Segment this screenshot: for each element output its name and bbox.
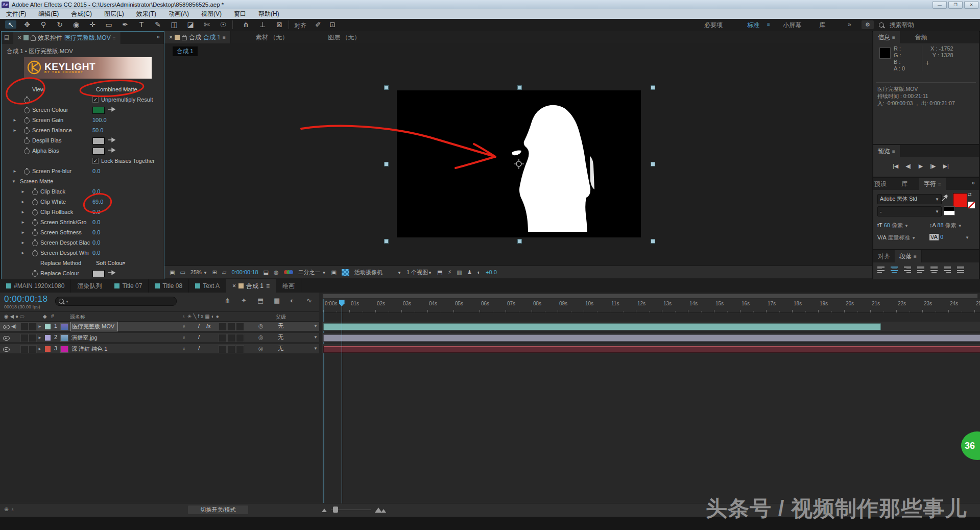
track-lane-0[interactable] bbox=[322, 322, 980, 331]
handle-bottom-left[interactable] bbox=[384, 239, 389, 244]
primary-viewer-icon[interactable]: ▭ bbox=[180, 269, 185, 276]
stopwatch-icon[interactable] bbox=[24, 149, 30, 154]
layer-duration-bar-2[interactable] bbox=[323, 346, 980, 353]
composition-canvas[interactable] bbox=[397, 90, 641, 237]
tool-icon-0[interactable]: ↖ bbox=[5, 20, 16, 29]
leading-field[interactable]: ↕A 88 像素 ▼ bbox=[929, 222, 962, 229]
parent-column-header[interactable]: 父级 bbox=[276, 314, 286, 321]
stopwatch-icon[interactable] bbox=[24, 169, 30, 175]
timeline-tab-3[interactable]: Title 08 bbox=[149, 279, 189, 293]
layer-label-color[interactable] bbox=[45, 335, 51, 341]
fill-color-swatch[interactable] bbox=[953, 193, 967, 207]
eyedropper-icon[interactable] bbox=[108, 148, 116, 153]
param-color-swatch[interactable] bbox=[92, 137, 105, 144]
panel-menu-icon[interactable]: ≡ bbox=[113, 35, 116, 41]
pickwhip-icon[interactable]: ◎ bbox=[258, 323, 264, 329]
grid-options-icon[interactable]: ⊞ bbox=[212, 269, 217, 276]
stopwatch-icon[interactable] bbox=[32, 240, 38, 246]
tool-icon-12[interactable]: ✄ bbox=[201, 20, 212, 29]
layer-expand-icon[interactable]: ► bbox=[38, 324, 42, 329]
axis-mode-icon-1[interactable]: ⊥ bbox=[257, 20, 268, 29]
tab-overflow-icon[interactable]: » bbox=[152, 32, 164, 44]
timeline-tab-6[interactable]: 绘画 bbox=[276, 279, 301, 293]
handle-mid-left[interactable] bbox=[384, 162, 389, 166]
video-visibility-icon[interactable] bbox=[3, 336, 10, 341]
param-expand-icon[interactable]: ► bbox=[21, 251, 25, 255]
minimize-button[interactable]: — bbox=[933, 1, 947, 9]
fx-switch-icon[interactable]: fx bbox=[206, 323, 211, 329]
tool-icon-7[interactable]: ✒ bbox=[119, 20, 131, 29]
handle-top-left[interactable] bbox=[384, 85, 389, 90]
resolution-select[interactable]: 二分之一 ▼ bbox=[298, 269, 326, 276]
align-left-icon[interactable] bbox=[877, 266, 885, 273]
workspace-tab-small-screen[interactable]: 小屏幕 bbox=[783, 21, 801, 30]
stopwatch-icon[interactable] bbox=[32, 189, 38, 195]
param-expand-icon[interactable]: ► bbox=[21, 189, 25, 194]
switch-cell[interactable] bbox=[219, 323, 227, 331]
comp-name-chip[interactable]: 合成 1 bbox=[173, 46, 198, 56]
tab-close-icon[interactable]: × bbox=[169, 34, 173, 41]
draft-switch-icon[interactable]: / bbox=[198, 345, 200, 351]
tool-icon-4[interactable]: ◉ bbox=[70, 20, 82, 29]
tool-icon-3[interactable]: ↻ bbox=[54, 20, 65, 29]
layer-duration-bar-1[interactable] bbox=[323, 334, 980, 342]
checkbox-icon[interactable]: ✓ bbox=[92, 158, 99, 164]
kerning-field[interactable]: V/A 度量标准 ▼ bbox=[877, 234, 916, 242]
tab-overflow-icon[interactable]: » bbox=[967, 178, 979, 190]
show-channel-icon[interactable] bbox=[284, 269, 293, 275]
eyedropper-icon[interactable] bbox=[108, 137, 116, 142]
layer-label-color[interactable] bbox=[45, 346, 51, 352]
param-value[interactable]: 0.0 bbox=[92, 219, 100, 225]
tool-icon-8[interactable]: T bbox=[136, 20, 147, 29]
menu-item-0[interactable]: 文件(F) bbox=[0, 10, 32, 18]
quality-switch-icon[interactable]: ♁ bbox=[182, 323, 186, 329]
layer-label-color[interactable] bbox=[45, 324, 51, 329]
axis-mode-icon-0[interactable]: ⋔ bbox=[240, 20, 251, 29]
tab-effect-controls[interactable]: × 效果控件 医疗完整版.MOV ≡ bbox=[13, 32, 121, 44]
parent-select[interactable]: 无▼ bbox=[276, 333, 320, 341]
transport-button-1[interactable]: ◀| bbox=[905, 163, 911, 170]
align-jl-icon[interactable] bbox=[917, 266, 924, 273]
draft-3d-icon[interactable]: ✦ bbox=[241, 297, 247, 304]
tool-icon-2[interactable]: ⚲ bbox=[38, 20, 49, 29]
dropdown-caret-icon[interactable]: ▼ bbox=[314, 335, 318, 340]
audio-icon[interactable]: ◀) bbox=[11, 324, 16, 329]
layer-name[interactable]: 演播室.jpg bbox=[71, 334, 98, 342]
align-center-icon[interactable] bbox=[891, 266, 898, 273]
transparency-grid-icon[interactable] bbox=[342, 269, 349, 276]
tool-icon-5[interactable]: ✛ bbox=[87, 20, 98, 29]
lock-cell[interactable] bbox=[29, 334, 37, 342]
workspace-menu-icon[interactable]: ≡ bbox=[767, 21, 770, 27]
param-expand-icon[interactable]: ► bbox=[21, 220, 25, 225]
draft-switch-icon[interactable]: / bbox=[198, 334, 200, 340]
show-snapshot-icon[interactable]: ◍ bbox=[274, 269, 279, 276]
axis-mode-icon-2[interactable]: ⊠ bbox=[274, 20, 285, 29]
tab-info[interactable]: 信息≡ bbox=[873, 31, 900, 43]
tab-footage[interactable]: 素材 （无） bbox=[251, 31, 293, 43]
stopwatch-icon[interactable] bbox=[24, 108, 30, 113]
param-dropdown-value[interactable]: Soft Colour bbox=[96, 260, 124, 266]
dropdown-caret-icon[interactable]: ▼ bbox=[314, 324, 318, 328]
source-name-column-header[interactable]: 源名称 bbox=[70, 314, 85, 321]
time-ruler[interactable]: 0:00s01s02s03s04s05s06s07s08s09s10s11s12… bbox=[322, 299, 980, 313]
param-expand-icon[interactable]: ► bbox=[13, 128, 17, 133]
dropdown-caret-icon[interactable]: ▼ bbox=[314, 346, 318, 351]
shy-layers-icon[interactable]: ⬒ bbox=[257, 297, 264, 304]
timeline-tab-5[interactable]: ×合成 1≡ bbox=[226, 279, 276, 293]
extra-tool-icon-0[interactable]: ✐ bbox=[313, 20, 324, 29]
group-expand-icon[interactable]: ▼ bbox=[12, 179, 16, 184]
timeline-tab-2[interactable]: Title 07 bbox=[108, 279, 149, 293]
param-value[interactable]: 0.0 bbox=[92, 168, 100, 174]
dropdown-caret-icon[interactable]: ▼ bbox=[122, 261, 126, 266]
checkbox-icon[interactable]: ✓ bbox=[92, 97, 99, 103]
switch-cell[interactable] bbox=[227, 345, 235, 353]
track-lane-2[interactable] bbox=[322, 344, 980, 353]
draft-switch-icon[interactable]: / bbox=[198, 323, 200, 329]
font-style-select[interactable]: -▼ bbox=[877, 206, 942, 216]
param-color-swatch[interactable] bbox=[92, 270, 105, 277]
panel-menu-icon[interactable]: ≡ bbox=[223, 35, 226, 40]
stopwatch-icon[interactable] bbox=[32, 230, 38, 236]
stopwatch-icon[interactable] bbox=[24, 118, 30, 124]
handle-top-center[interactable] bbox=[517, 85, 522, 90]
transport-button-2[interactable]: ▶ bbox=[919, 163, 923, 170]
